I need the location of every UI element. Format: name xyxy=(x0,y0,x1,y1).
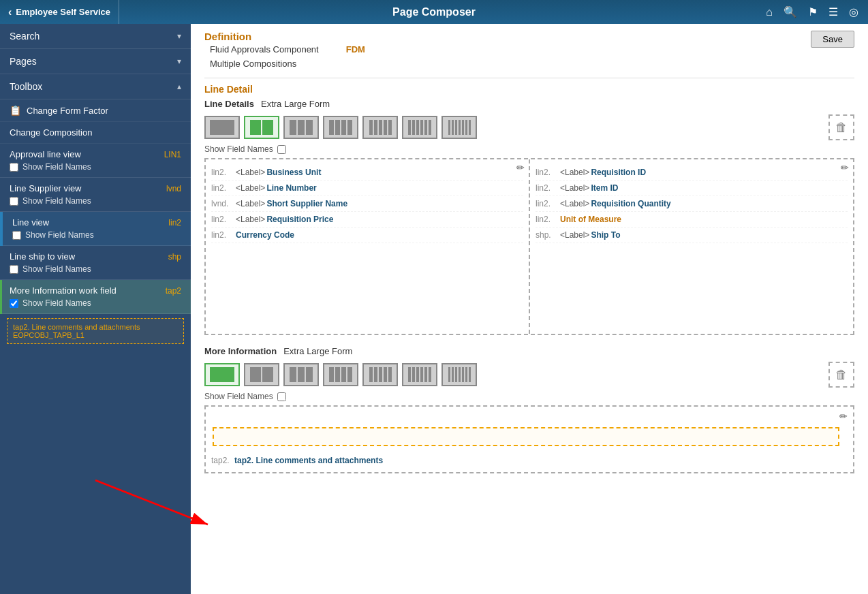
approval-line-view-code: LIN1 xyxy=(164,150,181,159)
more-info-layout-buttons: 🗑 xyxy=(204,362,854,388)
sidebar-search-toggle[interactable]: Search ▾ xyxy=(0,24,191,49)
field-row-business-unit: lin2. <Label> Business Unit xyxy=(211,165,523,181)
app-title: Employee Self Service xyxy=(16,7,110,17)
home-icon[interactable]: ⌂ xyxy=(763,3,775,21)
mi-layout-4col-btn[interactable] xyxy=(323,363,358,386)
grid-left-panel: ✏ lin2. <Label> Business Unit lin2. <Lab… xyxy=(206,159,530,334)
line-ship-checkbox[interactable] xyxy=(10,265,18,274)
more-info-show-field-names-label: Show Field Names xyxy=(204,392,273,401)
line-detail-show-field-names-row: Show Field Names xyxy=(204,144,854,154)
more-info-field-line-comments: tap2. tap2. Line comments and attachment… xyxy=(206,453,853,469)
grid-left-edit-icon[interactable]: ✏ xyxy=(516,162,525,173)
more-info-checkbox[interactable] xyxy=(10,299,18,308)
line-ship-view-name: Line ship to view xyxy=(10,251,75,262)
mi-layout-2col-btn[interactable] xyxy=(244,363,279,386)
more-info-form-factor: Extra Large Form xyxy=(283,346,352,356)
line-detail-trash-btn[interactable]: 🗑 xyxy=(828,114,854,140)
sidebar-search-label: Search xyxy=(10,31,40,42)
menu-icon[interactable]: ☰ xyxy=(826,3,841,21)
sidebar-view-line-ship: Line ship to view shp Show Field Names xyxy=(0,246,191,280)
definition-title: Definition xyxy=(204,31,371,42)
layout-7col-btn[interactable] xyxy=(441,116,477,139)
drop-zone[interactable] xyxy=(213,427,839,446)
layout-2col-btn[interactable] xyxy=(244,116,279,139)
more-info-form-name: More Information xyxy=(204,346,277,356)
field-row-line-number: lin2. <Label> Line Number xyxy=(211,181,523,196)
line-detail-grid: ✏ lin2. <Label> Business Unit lin2. <Lab… xyxy=(204,158,854,335)
line-detail-area: Line Details Extra Large Form xyxy=(204,99,854,335)
line-detail-form-factor: Extra Large Form xyxy=(261,99,330,109)
layout-1col-btn[interactable] xyxy=(204,116,240,139)
sidebar-view-more-info: More Information work field tap2 Show Fi… xyxy=(0,280,191,314)
line-supplier-view-name: Line Supplier view xyxy=(10,183,82,193)
fdm-value: FDM xyxy=(346,44,365,54)
line-ship-show-field-names: Show Field Names xyxy=(22,264,91,274)
line-ship-view-code: shp xyxy=(168,252,181,262)
line-supplier-checkbox[interactable] xyxy=(10,197,18,206)
change-form-factor-item[interactable]: 📋 Change Form Factor xyxy=(0,99,191,122)
field-row-unit-of-measure: lin2. Unit of Measure xyxy=(536,212,848,228)
mi-layout-6col-btn[interactable] xyxy=(402,363,437,386)
search-chevron-icon: ▾ xyxy=(177,31,181,41)
flag-icon[interactable]: ⚑ xyxy=(805,3,820,21)
drag-element-line2: EOPCOBJ_TAPB_L1 xyxy=(13,331,178,339)
grid-right-edit-icon[interactable]: ✏ xyxy=(841,162,849,173)
back-button[interactable]: ‹ Employee Self Service xyxy=(0,0,119,24)
active-bar xyxy=(0,212,3,246)
approval-line-view-name: Approval line view xyxy=(10,149,81,159)
mi-layout-1col-btn[interactable] xyxy=(204,363,240,386)
sidebar-view-line-view-inner: Line view lin2 Show Field Names xyxy=(0,212,191,246)
content-area: Definition Fluid Approvals Component FDM… xyxy=(191,24,868,594)
line-detail-show-field-names-checkbox[interactable] xyxy=(277,145,286,154)
more-info-trash-btn[interactable]: 🗑 xyxy=(828,362,854,388)
line-detail-header: Line Details Extra Large Form xyxy=(204,99,854,109)
more-info-grid: ✏ tap2. tap2. Line comments and attachme… xyxy=(204,405,854,473)
field-row-requisition-quantity: lin2. <Label> Requisition Quantity xyxy=(536,196,848,212)
more-info-show-field-names-checkbox[interactable] xyxy=(277,392,286,401)
sidebar: Search ▾ Pages ▾ Toolbox ▴ 📋 Change Form… xyxy=(0,24,191,594)
line-view-show-field-names: Show Field Names xyxy=(25,230,94,240)
more-info-view-group: More Information work field tap2 Show Fi… xyxy=(2,280,191,314)
sidebar-toolbox-toggle[interactable]: Toolbox ▴ xyxy=(0,74,191,99)
field-row-requisition-price: lin2. <Label> Requisition Price xyxy=(211,212,523,228)
toolbox-chevron-icon: ▴ xyxy=(177,82,181,91)
sidebar-view-approval-line: Approval line view LIN1 Show Field Names xyxy=(0,144,191,178)
user-icon[interactable]: ◎ xyxy=(846,3,861,21)
back-arrow-icon: ‹ xyxy=(8,6,12,18)
show-field-names-label: Show Field Names xyxy=(204,144,273,154)
layout-4col-btn[interactable] xyxy=(323,116,358,139)
sidebar-pages-toggle[interactable]: Pages ▾ xyxy=(0,49,191,74)
mi-layout-5col-btn[interactable] xyxy=(362,363,398,386)
field-row-item-id: lin2. <Label> Item ID xyxy=(536,181,848,196)
more-info-edit-icon[interactable]: ✏ xyxy=(839,411,848,422)
search-icon[interactable]: 🔍 xyxy=(781,3,800,21)
line-comments-field-name: tap2. Line comments and attachments xyxy=(234,456,383,465)
definition-item-1: Fluid Approvals Component FDM xyxy=(204,42,371,57)
app-header: ‹ Employee Self Service Page Composer ⌂ … xyxy=(0,0,868,24)
line-detail-layout-buttons: 🗑 xyxy=(204,114,854,140)
svg-line-1 xyxy=(191,480,208,525)
save-button[interactable]: Save xyxy=(811,31,854,48)
drag-element[interactable]: tap2. Line comments and attachments EOPC… xyxy=(7,318,184,344)
fluid-approvals-label: Fluid Approvals Component xyxy=(210,44,319,54)
line-detail-form-name: Line Details xyxy=(204,99,254,109)
more-info-show-field-names: Show Field Names xyxy=(22,298,91,308)
more-info-view-code: tap2 xyxy=(166,286,181,296)
grid-right-panel: ✏ lin2. <Label> Requisition ID lin2. <La… xyxy=(530,159,853,334)
line-view-checkbox[interactable] xyxy=(12,231,21,240)
layout-5col-btn[interactable] xyxy=(362,116,398,139)
layout-3col-btn[interactable] xyxy=(283,116,319,139)
more-info-area: More Information Extra Large Form xyxy=(204,346,854,473)
more-info-header: More Information Extra Large Form xyxy=(204,346,854,356)
mi-layout-3col-btn[interactable] xyxy=(283,363,319,386)
layout-6col-btn[interactable] xyxy=(402,116,437,139)
sidebar-view-line-view: Line view lin2 Show Field Names xyxy=(0,212,191,246)
change-composition-item[interactable]: Change Composition xyxy=(0,122,191,144)
red-arrow-svg xyxy=(191,473,238,535)
definition-section: Definition Fluid Approvals Component FDM… xyxy=(204,31,854,71)
approval-line-show-field-names: Show Field Names xyxy=(22,162,91,172)
approval-line-checkbox[interactable] xyxy=(10,163,18,172)
sidebar-view-line-supplier: Line Supplier view lvnd Show Field Names xyxy=(0,178,191,212)
sidebar-toolbox-label: Toolbox xyxy=(10,81,42,92)
mi-layout-7col-btn[interactable] xyxy=(441,363,477,386)
